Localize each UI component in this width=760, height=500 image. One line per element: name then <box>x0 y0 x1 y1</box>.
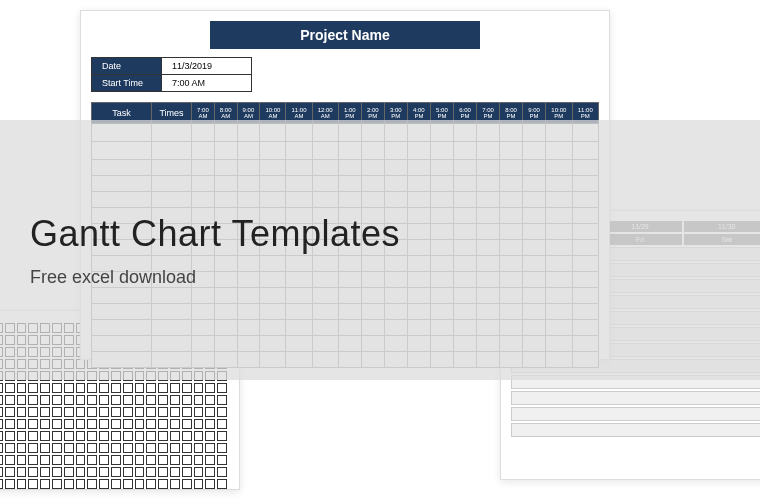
page-heading: Gantt Chart Templates <box>30 213 760 255</box>
meta-table: Date 11/3/2019 Start Time 7:00 AM <box>91 57 252 92</box>
project-title: Project Name <box>210 21 480 49</box>
date-value: 11/3/2019 <box>162 58 252 75</box>
start-time-value: 7:00 AM <box>162 75 252 92</box>
date-label: Date <box>92 58 162 75</box>
page-subheading: Free excel download <box>30 267 760 288</box>
text-overlay: Gantt Chart Templates Free excel downloa… <box>0 120 760 380</box>
calendar-row <box>511 391 760 405</box>
calendar-row <box>511 407 760 421</box>
start-time-label: Start Time <box>92 75 162 92</box>
calendar-row <box>511 423 760 437</box>
